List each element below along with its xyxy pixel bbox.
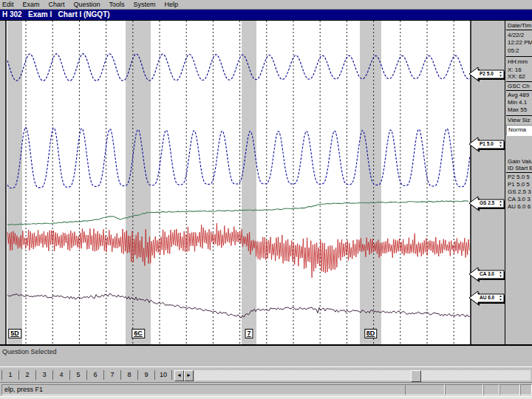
menu-edit[interactable]: Edit [2, 0, 14, 9]
application-window: EditExamChartQuestionToolsSystemHelp H 3… [0, 0, 532, 399]
gain-row-gs: GS 2.5 3 [508, 188, 531, 195]
gsc-min: Min 4.1 [508, 99, 527, 106]
menu-question[interactable]: Question [74, 0, 100, 9]
info-panel: Date/Tim 4/22/2 12:22 PM 05:2 HH:mm X: 1… [506, 21, 532, 345]
next-chart-button[interactable]: ► [184, 370, 194, 381]
status-panel [520, 384, 532, 395]
channel-label: AU 6.0 [480, 295, 494, 300]
chart-canvas[interactable] [0, 21, 505, 345]
event-marker-8D[interactable]: 8D [364, 329, 378, 338]
chart-button-7[interactable]: 7 [104, 370, 121, 380]
event-marker-5D[interactable]: 5D [8, 329, 21, 338]
gsc-avg: Avg 489 [508, 92, 529, 98]
question-band-7 [242, 21, 256, 345]
selection-status-bar: Question Selected [0, 346, 532, 366]
exam-time: 12:22 PM [508, 39, 532, 46]
chart-number-buttons: 12345678910 [1, 370, 172, 380]
channel-pointer-gs[interactable]: GS 2.5 ▲▼ [468, 193, 507, 214]
chart-toolbar: 12345678910 ◄ ► [0, 366, 532, 383]
chart-region: 5D6C78D P2 5.0 ▲▼ P1 5.0 ▲▼ GS 2.5 ▲▼ CA… [0, 20, 532, 345]
gain-row-au: AU 6.0 6 [508, 203, 531, 210]
status-panel [483, 384, 499, 395]
channel-label: P1 5.0 [480, 141, 494, 146]
separator [506, 81, 532, 82]
chart-button-3[interactable]: 3 [36, 370, 53, 380]
gain-row-p1: P1 5.0 5 [508, 181, 530, 188]
channel-pointer-p1[interactable]: P1 5.0 ▲▼ [468, 134, 507, 154]
exam-date: 4/22/2 [508, 32, 524, 38]
chart-button-5[interactable]: 5 [70, 370, 87, 380]
elapsed-time: 05:2 [508, 47, 519, 54]
chart-button-2[interactable]: 2 [19, 370, 36, 380]
gsc-max: Max 55 [508, 106, 527, 113]
separator [506, 115, 532, 116]
panel-divider [505, 21, 505, 345]
chart-button-9[interactable]: 9 [138, 370, 155, 380]
view-size-value: Norma [508, 126, 526, 133]
chart-button-1[interactable]: 1 [2, 370, 19, 380]
cursor-x-value: X: 16 [508, 66, 522, 73]
gain-spinner-icon[interactable]: ▲▼ [498, 270, 503, 278]
chart-button-10[interactable]: 10 [155, 370, 172, 380]
status-bar: elp, press F1 [0, 382, 532, 397]
view-size-dropdown[interactable]: Norma [506, 125, 532, 136]
channel-pointer-p2[interactable]: P2 5.0 ▲▼ [468, 64, 507, 84]
chart-scrollbar-thumb[interactable] [411, 370, 421, 382]
title-bar: H 302 Exam I Chart I (NGQT) [0, 10, 532, 20]
bottom-edge-strip [0, 396, 532, 399]
cursor-header: HH:mm [508, 58, 528, 65]
gsc-header: GSC Ch [506, 83, 532, 91]
chart-button-4[interactable]: 4 [53, 370, 70, 380]
channel-label: CA 3.0 [480, 271, 494, 276]
channel-label: P2 5.0 [480, 71, 494, 76]
cursor-xx-value: XX: 62 [508, 73, 525, 80]
chart-button-8[interactable]: 8 [121, 370, 138, 380]
help-message: elp, press F1 [1, 384, 406, 395]
status-panel [445, 384, 483, 395]
channel-label: GS 2.5 [480, 200, 494, 205]
menu-help[interactable]: Help [165, 0, 179, 9]
window-title: H 302 Exam I Chart I (NGQT) [2, 10, 110, 18]
gain-row-p2: P2 5.0 5 [508, 174, 530, 180]
question-band-8D [360, 21, 381, 345]
menu-chart[interactable]: Chart [49, 0, 65, 9]
separator [506, 56, 532, 57]
gain-row-ca: CA 3.0 3 [508, 196, 531, 202]
event-marker-7[interactable]: 7 [245, 329, 253, 338]
menu-tools[interactable]: Tools [109, 0, 125, 9]
gain-spinner-icon[interactable]: ▲▼ [498, 70, 503, 78]
chart-scrollbar-track[interactable] [194, 370, 531, 381]
datetime-header: Date/Tim [506, 22, 532, 30]
gain-spinner-icon[interactable]: ▲▼ [498, 294, 503, 301]
gain-spinner-icon[interactable]: ▲▼ [498, 140, 503, 148]
status-panel [405, 384, 445, 395]
channel-pointer-au[interactable]: AU 6.0 ▲▼ [468, 287, 507, 308]
menu-system[interactable]: System [134, 0, 156, 9]
status-panel [499, 384, 520, 395]
chart-button-6[interactable]: 6 [87, 370, 104, 380]
gain-spinner-icon[interactable]: ▲▼ [498, 200, 503, 207]
menu-bar: EditExamChartQuestionToolsSystemHelp [0, 0, 532, 10]
selection-status-text: Question Selected [2, 348, 57, 355]
gain-values-header: Gain Valu [508, 158, 532, 165]
prev-chart-button[interactable]: ◄ [174, 370, 184, 381]
view-size-header: View Siz [508, 117, 531, 123]
gain-columns-header: ID Start E [506, 165, 532, 173]
menu-exam[interactable]: Exam [23, 0, 40, 9]
event-marker-6C[interactable]: 6C [132, 329, 145, 338]
channel-pointer-ca[interactable]: CA 3.0 ▲▼ [468, 264, 507, 284]
